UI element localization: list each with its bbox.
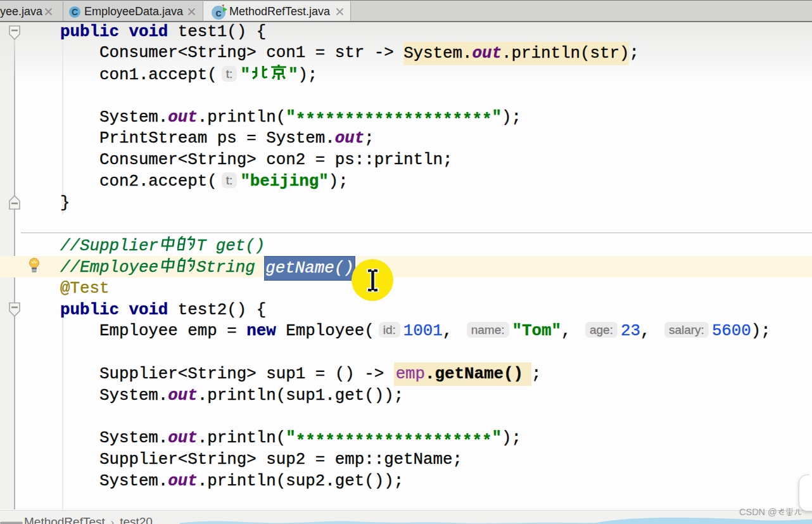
svg-text:C: C xyxy=(72,7,78,17)
svg-text:c: c xyxy=(215,7,221,19)
